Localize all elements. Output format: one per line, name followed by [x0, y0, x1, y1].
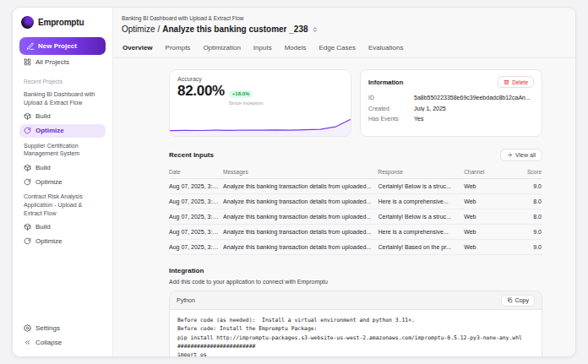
sidebar-item-all-projects[interactable]: All Projects — [19, 55, 106, 69]
table-row[interactable]: Aug 07, 2025, 3:2...Analyze this banking… — [169, 179, 542, 194]
information-title: Information — [368, 79, 403, 86]
code-content: Before code (as needed): Install a virtu… — [170, 310, 542, 356]
collapse-label: Collapse — [35, 339, 62, 346]
brand: Empromptu — [19, 16, 106, 29]
accuracy-delta-badge: +18.0% — [229, 90, 253, 98]
accuracy-label: Accuracy — [177, 76, 343, 82]
sidebar-item-collapse[interactable]: Collapse — [19, 335, 106, 350]
sidebar: Empromptu New Project All Projects Recen… — [13, 8, 113, 356]
all-projects-label: All Projects — [35, 58, 69, 66]
table-row[interactable]: Aug 07, 2025, 3:2...Analyze this banking… — [169, 225, 542, 240]
new-project-button[interactable]: New Project — [19, 37, 106, 55]
title-text: Analyze this banking customer _238 — [162, 24, 308, 34]
view-all-label: View all — [515, 152, 536, 158]
recent-inputs-table: DateMessagesResponseChannelScore Aug 07,… — [169, 166, 542, 255]
delete-label: Delete — [512, 79, 528, 85]
project-name: Supplier Certification Management System — [19, 139, 106, 160]
accuracy-value: 82.00% — [177, 84, 225, 99]
settings-label: Settings — [35, 324, 60, 332]
code-language-label: Python — [177, 297, 195, 303]
title-prefix: Optimize — [122, 24, 155, 34]
column-header-date: Date — [169, 166, 223, 179]
trash-icon — [504, 79, 509, 85]
build-icon — [24, 223, 31, 231]
sidebar-item-build[interactable]: Build — [19, 160, 106, 174]
overview-panel: Accuracy 82.00% +18.0% Since inception — [113, 58, 575, 356]
table-header-row: DateMessagesResponseChannelScore — [169, 166, 542, 179]
column-header-response: Response — [378, 166, 465, 179]
project-name: Contract Risk Analysis Application - Upl… — [19, 189, 106, 219]
recent-projects-label: Recent Projects — [19, 79, 106, 84]
info-field-created: CreatedJuly 1, 2025 — [368, 106, 534, 111]
info-field-id: ID5a8b550223358e69c39eebdadc8b12caAn... — [368, 95, 534, 101]
accuracy-caption: Since inception — [229, 101, 264, 106]
brand-name: Empromptu — [38, 18, 84, 27]
delete-button[interactable]: Delete — [498, 76, 534, 88]
accuracy-card: Accuracy 82.00% +18.0% Since inception — [169, 69, 351, 137]
title-separator: / — [157, 24, 160, 34]
all-projects-icon — [24, 58, 31, 66]
optimize-icon — [24, 127, 31, 134]
tab-optimization[interactable]: Optimization — [202, 41, 241, 57]
integration-header: Integration — [169, 267, 542, 274]
stat-cards: Accuracy 82.00% +18.0% Since inception — [169, 69, 542, 137]
code-block-header: Python Copy — [170, 291, 542, 310]
information-fields: ID5a8b550223358e69c39eebdadc8b12caAn...C… — [368, 95, 534, 122]
build-icon — [24, 164, 31, 171]
recent-inputs-title: Recent Inputs — [169, 151, 214, 159]
new-project-icon — [26, 42, 35, 51]
tab-overview[interactable]: Overview — [122, 41, 154, 57]
code-block: Python Copy Before code (as needed): Ins… — [169, 291, 542, 356]
info-field-has-events: Has EventsYes — [368, 116, 534, 122]
build-icon — [24, 112, 31, 120]
table-body: Aug 07, 2025, 3:2...Analyze this banking… — [169, 179, 542, 255]
breadcrumb: Banking BI Dashboard with Upload & Extra… — [122, 15, 575, 21]
app-window: Empromptu New Project All Projects Recen… — [12, 7, 576, 357]
copy-icon — [507, 297, 513, 303]
new-project-label: New Project — [38, 42, 77, 50]
recent-projects-list: Banking BI Dashboard with Upload & Extra… — [19, 87, 106, 249]
accuracy-sparkline — [170, 114, 351, 136]
table-row[interactable]: Aug 07, 2025, 3:2...Analyze this banking… — [169, 194, 542, 209]
optimize-icon — [24, 178, 31, 186]
arrow-right-icon — [507, 152, 513, 158]
optimize-icon — [24, 237, 31, 245]
tab-prompts[interactable]: Prompts — [165, 41, 192, 57]
empromptu-logo — [21, 16, 34, 29]
copy-button[interactable]: Copy — [501, 295, 535, 307]
tabs: OverviewPromptsOptimizationInputsModelsE… — [113, 41, 575, 58]
sidebar-bottom: Settings Collapse — [19, 311, 106, 350]
tab-inputs[interactable]: Inputs — [253, 41, 273, 57]
tab-models[interactable]: Models — [284, 41, 308, 57]
table-row[interactable]: Aug 07, 2025, 3:2...Analyze this banking… — [169, 209, 542, 225]
page-title: Optimize / Analyze this banking customer… — [122, 24, 575, 34]
sidebar-item-build[interactable]: Build — [19, 220, 106, 234]
title-selector-icon[interactable] — [312, 26, 318, 33]
integration-title: Integration — [169, 267, 204, 274]
gear-icon — [24, 324, 31, 332]
sidebar-item-optimize[interactable]: Optimize — [19, 235, 106, 248]
copy-label: Copy — [515, 297, 529, 303]
integration-subtitle: Add this code to your application to con… — [169, 279, 542, 285]
information-card: Information Delete ID5a8b550223358e69c39… — [360, 69, 542, 137]
tab-edge-cases[interactable]: Edge Cases — [318, 41, 357, 57]
project-name: Banking BI Dashboard with Upload & Extra… — [19, 87, 106, 109]
sidebar-item-optimize[interactable]: Optimize — [19, 124, 106, 138]
column-header-score: Score — [505, 166, 542, 179]
table-row[interactable]: Aug 07, 2025, 3:2...Analyze this banking… — [169, 240, 542, 255]
view-all-button[interactable]: View all — [500, 149, 542, 161]
column-header-channel: Channel — [464, 166, 505, 179]
tab-evaluations[interactable]: Evaluations — [368, 41, 404, 57]
sidebar-item-build[interactable]: Build — [19, 110, 106, 123]
sidebar-item-optimize[interactable]: Optimize — [19, 175, 106, 188]
main-header: Banking BI Dashboard with Upload & Extra… — [113, 8, 575, 58]
collapse-icon — [24, 339, 31, 346]
main-content: Banking BI Dashboard with Upload & Extra… — [113, 8, 575, 356]
sidebar-item-settings[interactable]: Settings — [19, 321, 106, 335]
column-header-messages: Messages — [223, 166, 378, 179]
recent-inputs-header: Recent Inputs View all — [169, 149, 542, 161]
